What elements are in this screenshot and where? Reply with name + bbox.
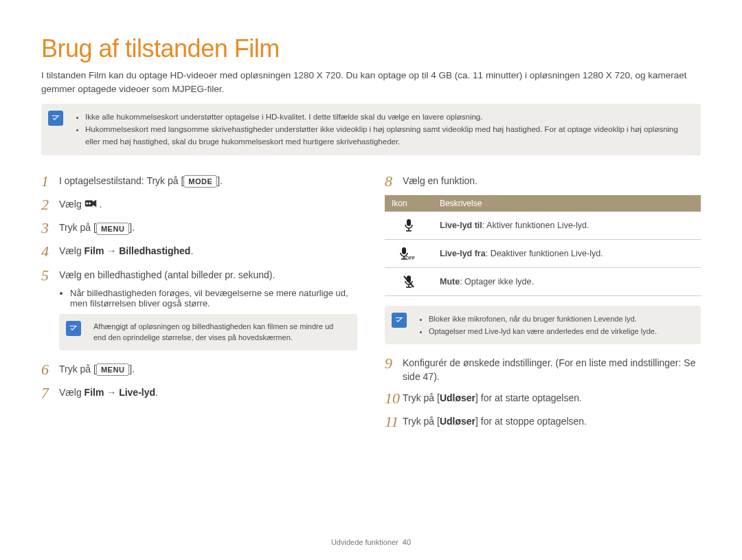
step-10: 10 Tryk på [Udløser] for at starte optag… xyxy=(385,390,701,407)
step2-text: Vælg xyxy=(59,199,85,210)
table-row: Live-lyd til: Aktiver funktionen Live-ly… xyxy=(385,212,701,240)
step11-pre: Tryk på [ xyxy=(403,416,440,427)
step10-b: Udløser xyxy=(440,392,475,403)
row2-label: Live-lyd fra xyxy=(440,249,486,258)
video-camera-icon xyxy=(85,199,97,212)
icon-table: Ikon Beskrivelse Live-lyd til: Aktiver f… xyxy=(385,195,701,296)
step5-note-box: Afhængigt af opløsningen og billedhastig… xyxy=(59,314,357,350)
step-1: 1 I optagelsestilstand: Tryk på [MODE]. xyxy=(41,173,357,190)
step7-film: Film xyxy=(85,387,104,398)
menu-key: MENU xyxy=(96,223,129,235)
menu-key: MENU xyxy=(96,363,129,376)
left-column: 1 I optagelsestilstand: Tryk på [MODE]. … xyxy=(41,166,357,435)
top-note-1: Ikke alle hukommelseskort understøtter o… xyxy=(85,111,691,123)
step-11: 11 Tryk på [Udløser] for at stoppe optag… xyxy=(385,414,701,430)
step10-post: ] for at starte optagelsen. xyxy=(475,392,582,403)
step4-post: . xyxy=(190,245,193,256)
step4-pre: Vælg xyxy=(59,245,85,256)
step7-post: . xyxy=(155,387,158,398)
note-icon xyxy=(392,313,407,328)
note8a: Bloker ikke mikrofonen, når du bruger fu… xyxy=(429,313,691,325)
step6-pre: Tryk på [ xyxy=(59,363,96,374)
mic-on-icon xyxy=(403,220,414,229)
step-5: 5 Vælg en billedhastighed (antal billede… xyxy=(41,267,357,284)
step-number: 7 xyxy=(41,385,59,401)
step7-pre: Vælg xyxy=(59,387,85,398)
step-number: 8 xyxy=(385,173,403,190)
note8b: Optagelser med Live-lyd kan være anderle… xyxy=(429,326,691,337)
page-footer: Udvidede funktioner 40 xyxy=(0,538,742,546)
step-number: 2 xyxy=(41,197,59,213)
th-ikon: Ikon xyxy=(385,195,433,212)
top-note-2: Hukommelseskort med langsomme skrivehast… xyxy=(85,124,691,148)
step-number: 11 xyxy=(385,414,403,430)
footer-section: Udvidede funktioner xyxy=(331,538,398,546)
step4-arrow: → xyxy=(104,245,119,256)
step-number: 1 xyxy=(41,173,59,190)
table-row: Mute: Optager ikke lyde. xyxy=(385,268,701,296)
step7-livelyd: Live-lyd xyxy=(119,387,155,398)
intro-paragraph: I tilstanden Film kan du optage HD-video… xyxy=(41,69,701,96)
step7-arrow: → xyxy=(104,387,119,398)
top-note-box: Ikke alle hukommelseskort understøtter o… xyxy=(41,104,701,155)
step6-post: ]. xyxy=(129,363,135,374)
step3-text-post: ]. xyxy=(129,222,135,233)
mic-off-icon: OFF xyxy=(398,248,419,258)
svg-marker-1 xyxy=(93,199,96,207)
step-9: 9 Konfigurér de ønskede indstillinger. (… xyxy=(385,355,701,383)
step11-b: Udløser xyxy=(440,416,475,427)
step5-text: Vælg en billedhastighed (antal billeder … xyxy=(59,267,357,282)
step-number: 6 xyxy=(41,361,59,378)
row1-desc: : Aktiver funktionen Live-lyd. xyxy=(482,221,589,230)
step-4: 4 Vælg Film → Billedhastighed. xyxy=(41,243,357,260)
svg-point-3 xyxy=(89,202,91,204)
mode-key: MODE xyxy=(183,175,217,188)
step-3: 3 Tryk på [MENU]. xyxy=(41,220,357,236)
svg-rect-4 xyxy=(407,219,411,226)
footer-page: 40 xyxy=(403,538,411,546)
step4-film: Film xyxy=(85,245,104,256)
step-8: 8 Vælg en funktion. xyxy=(385,173,701,190)
step1-text-pre: I optagelsestilstand: Tryk på [ xyxy=(59,175,183,186)
row2-desc: : Deaktiver funktionen Live-lyd. xyxy=(486,249,603,258)
row3-label: Mute xyxy=(440,277,460,287)
step4-billed: Billedhastighed xyxy=(119,245,190,256)
row3-desc: : Optager ikke lyde. xyxy=(460,277,534,287)
step-number: 4 xyxy=(41,243,59,260)
step10-pre: Tryk på [ xyxy=(403,392,440,403)
step-number: 3 xyxy=(41,220,59,236)
svg-point-2 xyxy=(86,202,88,204)
step8-text: Vælg en funktion. xyxy=(403,173,701,188)
step-2: 2 Vælg . xyxy=(41,197,357,213)
step5-note-text: Afhængigt af opløsningen og billedhastig… xyxy=(93,322,333,342)
step-6: 6 Tryk på [MENU]. xyxy=(41,361,357,378)
content-columns: 1 I optagelsestilstand: Tryk på [MODE]. … xyxy=(41,166,701,435)
step9-text: Konfigurér de ønskede indstillinger. (Fo… xyxy=(403,355,701,383)
step-number: 9 xyxy=(385,355,403,372)
row1-label: Live-lyd til xyxy=(440,221,482,230)
step-number: 5 xyxy=(41,267,59,284)
step3-text-pre: Tryk på [ xyxy=(59,222,96,233)
step2-text-post: . xyxy=(99,199,102,210)
page-title: Brug af tilstanden Film xyxy=(41,34,701,63)
step1-text-post: ]. xyxy=(217,175,223,186)
mic-mute-icon xyxy=(403,276,415,286)
svg-rect-7 xyxy=(402,247,406,254)
right-column: 8 Vælg en funktion. Ikon Beskrivelse Liv… xyxy=(385,166,701,435)
step8-note-box: Bloker ikke mikrofonen, når du bruger fu… xyxy=(385,306,701,344)
note-icon xyxy=(66,321,81,336)
th-beskrivelse: Beskrivelse xyxy=(433,195,701,212)
step-number: 10 xyxy=(385,390,403,407)
note-icon xyxy=(48,111,63,126)
step-7: 7 Vælg Film → Live-lyd. xyxy=(41,385,357,401)
step5-sub: Når billedhastigheden forøges, vil bevæg… xyxy=(59,288,357,309)
step11-post: ] for at stoppe optagelsen. xyxy=(475,416,587,427)
table-row: OFF Live-lyd fra: Deaktiver funktionen L… xyxy=(385,240,701,268)
step5-bullet: Når billedhastigheden forøges, vil bevæg… xyxy=(70,288,357,309)
